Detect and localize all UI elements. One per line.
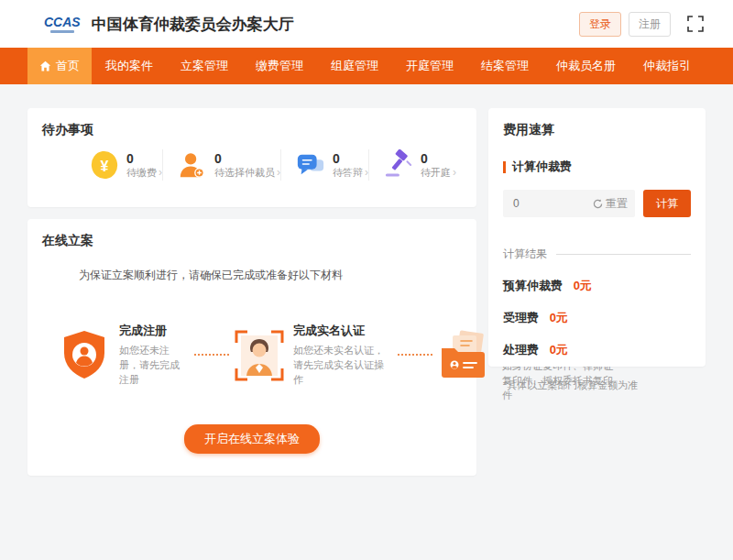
nav-item-arbitration-guide[interactable]: 仲裁指引: [629, 48, 705, 84]
accent-bar: [503, 161, 506, 173]
fee-section-label: 计算仲裁费: [512, 159, 572, 175]
gavel-icon: [384, 149, 413, 181]
reset-label: 重置: [606, 196, 628, 212]
user-plus-icon: [178, 149, 207, 181]
step-title: 完成注册: [119, 323, 189, 338]
reset-icon: [593, 199, 603, 209]
result-title: 计算结果: [503, 247, 547, 262]
nav-label: 仲裁指引: [643, 58, 691, 74]
logo-subline: [50, 30, 74, 33]
home-icon: [39, 60, 51, 72]
nav-label: 组庭管理: [331, 58, 378, 74]
todo-item-pending-reply[interactable]: 0 待答辩›: [280, 149, 368, 181]
logo-text: CCAS: [44, 16, 81, 28]
main-nav: 首页 我的案件 立案管理 缴费管理 组庭管理 开庭管理 结案管理 仲裁员名册 仲…: [0, 48, 733, 84]
dotted-connector: [398, 354, 432, 356]
divider-line: [556, 254, 691, 255]
filing-subtitle: 为保证立案顺利进行，请确保已完成或准备好以下材料: [79, 268, 462, 283]
nav-item-filing-mgmt[interactable]: 立案管理: [167, 48, 242, 84]
page-title: 中国体育仲裁委员会办案大厅: [92, 14, 294, 35]
todo-card: 待办事项 ¥ 0 待缴费›: [27, 108, 476, 207]
reset-control[interactable]: 重置: [593, 196, 628, 212]
todo-count: 0: [421, 151, 456, 166]
right-column: 费用速算 计算仲裁费 0 重置 计算: [488, 108, 706, 367]
todo-title: 待办事项: [42, 122, 462, 138]
nav-item-hearing-mgmt[interactable]: 开庭管理: [392, 48, 467, 84]
nav-label: 缴费管理: [256, 58, 303, 74]
result-header: 计算结果: [503, 247, 691, 262]
amount-input[interactable]: 0 重置: [503, 190, 635, 217]
nav-label: 结案管理: [481, 58, 529, 74]
calculate-button[interactable]: 计算: [643, 190, 691, 217]
main-content: 待办事项 ¥ 0 待缴费›: [0, 84, 733, 476]
shield-user-icon: [59, 328, 110, 381]
result-value: 0元: [550, 343, 568, 357]
nav-item-closing-mgmt[interactable]: 结案管理: [467, 48, 542, 84]
nav-item-home[interactable]: 首页: [27, 48, 92, 84]
nav-label: 开庭管理: [406, 58, 454, 74]
todo-stats: ¥ 0 待缴费› 0 待选择仲: [42, 149, 462, 181]
amount-value: 0: [513, 197, 593, 210]
fee-input-row: 0 重置 计算: [503, 190, 691, 217]
nav-label: 立案管理: [181, 58, 228, 74]
todo-count: 0: [333, 151, 368, 166]
result-row-budget-fee: 预算仲裁费 0元: [503, 278, 691, 294]
todo-item-pending-payment[interactable]: ¥ 0 待缴费›: [75, 149, 162, 181]
yen-icon: ¥: [90, 149, 119, 181]
todo-item-pending-hearing[interactable]: 0 待开庭›: [368, 149, 456, 181]
nav-item-my-cases[interactable]: 我的案件: [92, 48, 167, 84]
site-logo: CCAS: [44, 16, 81, 33]
start-online-filing-button[interactable]: 开启在线立案体验: [184, 424, 320, 454]
result-value: 0元: [574, 279, 592, 292]
nav-item-payment-mgmt[interactable]: 缴费管理: [242, 48, 317, 84]
header-actions: 登录 注册: [579, 12, 704, 37]
nav-label: 首页: [56, 58, 80, 74]
step-desc: 如您还未实名认证，请先完成实名认证操作: [293, 343, 392, 387]
todo-label: 待选择仲裁员›: [214, 166, 280, 180]
nav-label: 我的案件: [105, 58, 153, 74]
filing-button-row: 开启在线立案体验: [42, 424, 462, 454]
register-button[interactable]: 注册: [629, 12, 671, 37]
filing-title: 在线立案: [42, 233, 462, 249]
header: CCAS 中国体育仲裁委员会办案大厅 登录 注册: [0, 0, 733, 48]
todo-label: 待缴费›: [126, 166, 162, 180]
filing-steps: 完成注册 如您还未注册，请先完成注册: [42, 307, 462, 402]
svg-text:¥: ¥: [101, 159, 109, 174]
result-row-acceptance-fee: 受理费 0元: [503, 310, 691, 326]
fee-card-title: 费用速算: [503, 122, 691, 138]
step-register: 完成注册 如您还未注册，请先完成注册: [59, 323, 189, 387]
online-filing-card: 在线立案 为保证立案顺利进行，请确保已完成或准备好以下材料 完成注册 如您还未注…: [27, 219, 476, 476]
nav-item-arbitrator-roster[interactable]: 仲裁员名册: [542, 48, 629, 84]
todo-label: 待答辩›: [333, 166, 368, 180]
step-title: 完成实名认证: [293, 323, 392, 338]
step-desc: 如您还未注册，请先完成注册: [119, 343, 189, 387]
fee-note: *具体以立案部门核算金额为准: [503, 379, 691, 392]
chat-icon: [296, 149, 325, 181]
result-value: 0元: [550, 311, 568, 324]
chevron-right-icon: ›: [453, 166, 456, 179]
todo-count: 0: [214, 151, 280, 166]
todo-label: 待开庭›: [421, 166, 456, 180]
step-realname-auth: 完成实名认证 如您还未实名认证，请先完成实名认证操作: [235, 323, 392, 387]
fullscreen-icon[interactable]: [687, 16, 704, 32]
dotted-connector: [194, 354, 229, 356]
folder-docs-icon: [438, 328, 493, 381]
login-button[interactable]: 登录: [579, 12, 621, 37]
nav-item-tribunal-mgmt[interactable]: 组庭管理: [317, 48, 392, 84]
todo-count: 0: [126, 151, 162, 166]
fee-section-header: 计算仲裁费: [503, 159, 691, 175]
fee-calculator-card: 费用速算 计算仲裁费 0 重置 计算: [488, 108, 706, 367]
face-scan-icon: [235, 328, 284, 381]
result-row-processing-fee: 处理费 0元: [503, 342, 691, 358]
nav-label: 仲裁员名册: [556, 58, 616, 74]
todo-item-select-arbitrator[interactable]: 0 待选择仲裁员›: [162, 149, 280, 181]
left-column: 待办事项 ¥ 0 待缴费›: [27, 108, 476, 476]
